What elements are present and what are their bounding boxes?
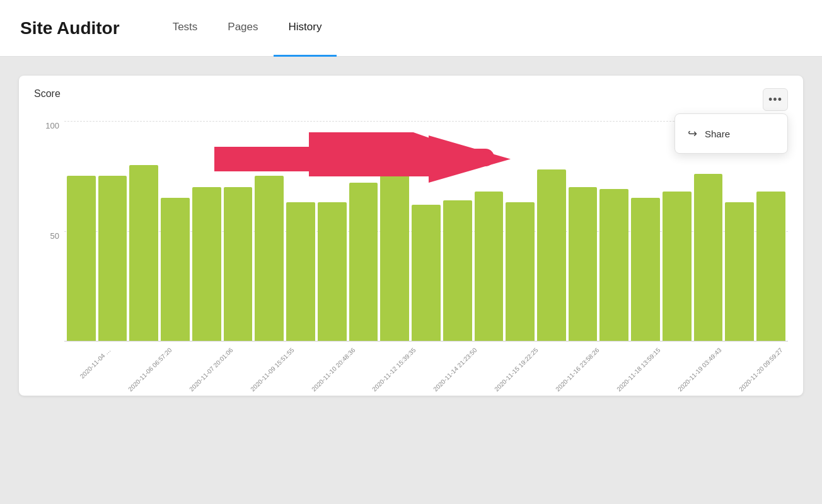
chart-area: 100 50 2020-11-04 …2020-11-06 06:57:2020… [34,121,788,386]
chart-header: Score ••• [34,88,788,111]
bar-item[interactable] [129,165,158,341]
bars-container [64,121,788,341]
bar-item[interactable] [67,176,96,341]
bar-item[interactable] [569,187,598,341]
share-icon: ↪ [688,127,697,140]
tab-tests[interactable]: Tests [158,0,213,57]
nav-tabs: Tests Pages History [158,0,337,56]
bar-item[interactable] [663,192,692,341]
bar-item[interactable] [380,165,409,341]
bar-item[interactable] [725,202,754,341]
tab-pages[interactable]: Pages [212,0,273,57]
y-label-50: 50 [34,231,59,241]
chart-title: Score [34,88,61,100]
main-content: Score ••• ↪ Share [0,57,822,415]
bar-item[interactable] [537,169,566,341]
bar-item[interactable] [443,200,472,341]
bar-item[interactable] [349,183,378,341]
y-axis: 100 50 [34,121,59,341]
bar-item[interactable] [255,176,284,341]
tab-history[interactable]: History [274,0,337,57]
dropdown-menu: ↪ Share [674,113,788,154]
y-label-100: 100 [34,121,59,130]
app-title: Site Auditor [20,18,120,38]
bar-item[interactable] [475,192,504,341]
bar-item[interactable] [161,198,190,341]
chart-card: Score ••• ↪ Share [19,76,803,396]
bar-item[interactable] [224,187,253,341]
x-label-wrapper: 2020-11-04 … [67,344,107,407]
bar-item[interactable] [756,192,785,341]
bar-item[interactable] [631,198,660,341]
share-label: Share [705,129,730,139]
bar-item[interactable] [192,187,221,341]
bar-item[interactable] [286,202,315,341]
header: Site Auditor Tests Pages History [0,0,822,57]
share-menu-item[interactable]: ↪ Share [675,119,787,148]
x-axis: 2020-11-04 …2020-11-06 06:57:202020-11-0… [64,344,788,407]
bar-item[interactable] [98,176,127,341]
bar-item[interactable] [318,202,347,341]
chart-with-labels: 100 50 [34,121,788,341]
bar-item[interactable] [506,202,535,341]
bars-wrapper [64,121,788,341]
more-options-button[interactable]: ••• [763,88,788,111]
bar-item[interactable] [412,205,441,341]
bar-item[interactable] [694,174,723,341]
bar-item[interactable] [599,189,628,341]
